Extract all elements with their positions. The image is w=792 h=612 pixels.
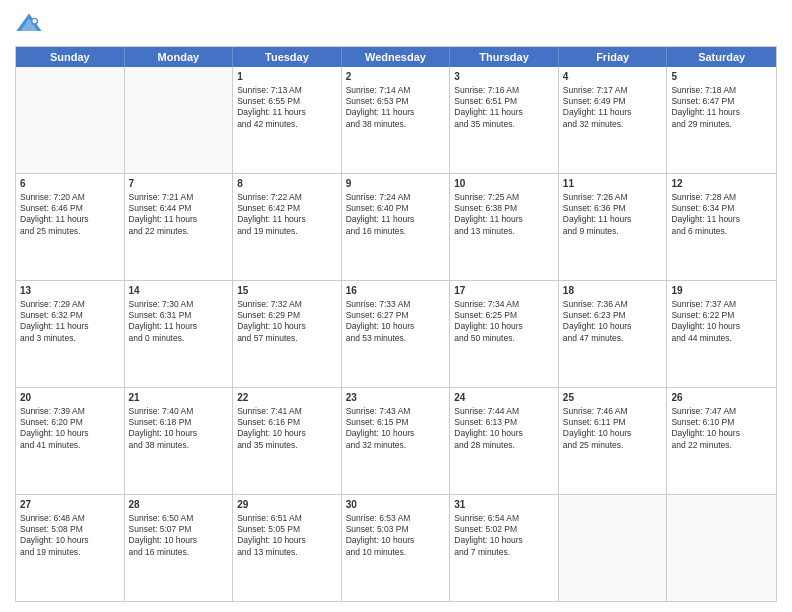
day-number: 24 (454, 391, 554, 405)
cell-text: Sunrise: 7:16 AMSunset: 6:51 PMDaylight:… (454, 85, 554, 131)
calendar-row-3: 20Sunrise: 7:39 AMSunset: 6:20 PMDayligh… (16, 387, 776, 494)
day-number: 12 (671, 177, 772, 191)
calendar-cell-3-2: 22Sunrise: 7:41 AMSunset: 6:16 PMDayligh… (233, 388, 342, 494)
calendar-row-0: 1Sunrise: 7:13 AMSunset: 6:55 PMDaylight… (16, 67, 776, 173)
cell-text: Sunrise: 6:51 AMSunset: 5:05 PMDaylight:… (237, 513, 337, 559)
day-number: 22 (237, 391, 337, 405)
cell-text: Sunrise: 7:24 AMSunset: 6:40 PMDaylight:… (346, 192, 446, 238)
day-number: 26 (671, 391, 772, 405)
cell-text: Sunrise: 6:48 AMSunset: 5:08 PMDaylight:… (20, 513, 120, 559)
header-day-friday: Friday (559, 47, 668, 67)
header-day-monday: Monday (125, 47, 234, 67)
cell-text: Sunrise: 7:14 AMSunset: 6:53 PMDaylight:… (346, 85, 446, 131)
day-number: 2 (346, 70, 446, 84)
day-number: 9 (346, 177, 446, 191)
day-number: 16 (346, 284, 446, 298)
day-number: 6 (20, 177, 120, 191)
calendar-cell-0-4: 3Sunrise: 7:16 AMSunset: 6:51 PMDaylight… (450, 67, 559, 173)
calendar-row-2: 13Sunrise: 7:29 AMSunset: 6:32 PMDayligh… (16, 280, 776, 387)
calendar-cell-1-6: 12Sunrise: 7:28 AMSunset: 6:34 PMDayligh… (667, 174, 776, 280)
calendar-cell-3-0: 20Sunrise: 7:39 AMSunset: 6:20 PMDayligh… (16, 388, 125, 494)
day-number: 23 (346, 391, 446, 405)
cell-text: Sunrise: 7:25 AMSunset: 6:38 PMDaylight:… (454, 192, 554, 238)
day-number: 30 (346, 498, 446, 512)
calendar-cell-0-3: 2Sunrise: 7:14 AMSunset: 6:53 PMDaylight… (342, 67, 451, 173)
calendar-cell-4-1: 28Sunrise: 6:50 AMSunset: 5:07 PMDayligh… (125, 495, 234, 601)
day-number: 31 (454, 498, 554, 512)
calendar-cell-2-6: 19Sunrise: 7:37 AMSunset: 6:22 PMDayligh… (667, 281, 776, 387)
day-number: 20 (20, 391, 120, 405)
cell-text: Sunrise: 7:40 AMSunset: 6:18 PMDaylight:… (129, 406, 229, 452)
calendar-row-1: 6Sunrise: 7:20 AMSunset: 6:46 PMDaylight… (16, 173, 776, 280)
calendar-cell-4-6 (667, 495, 776, 601)
calendar-cell-0-6: 5Sunrise: 7:18 AMSunset: 6:47 PMDaylight… (667, 67, 776, 173)
cell-text: Sunrise: 7:30 AMSunset: 6:31 PMDaylight:… (129, 299, 229, 345)
day-number: 1 (237, 70, 337, 84)
calendar-cell-2-2: 15Sunrise: 7:32 AMSunset: 6:29 PMDayligh… (233, 281, 342, 387)
header-day-tuesday: Tuesday (233, 47, 342, 67)
calendar-cell-1-5: 11Sunrise: 7:26 AMSunset: 6:36 PMDayligh… (559, 174, 668, 280)
calendar-cell-1-0: 6Sunrise: 7:20 AMSunset: 6:46 PMDaylight… (16, 174, 125, 280)
calendar-cell-0-5: 4Sunrise: 7:17 AMSunset: 6:49 PMDaylight… (559, 67, 668, 173)
calendar-cell-4-0: 27Sunrise: 6:48 AMSunset: 5:08 PMDayligh… (16, 495, 125, 601)
calendar-cell-3-3: 23Sunrise: 7:43 AMSunset: 6:15 PMDayligh… (342, 388, 451, 494)
calendar-cell-1-4: 10Sunrise: 7:25 AMSunset: 6:38 PMDayligh… (450, 174, 559, 280)
calendar-cell-3-1: 21Sunrise: 7:40 AMSunset: 6:18 PMDayligh… (125, 388, 234, 494)
calendar-row-4: 27Sunrise: 6:48 AMSunset: 5:08 PMDayligh… (16, 494, 776, 601)
day-number: 15 (237, 284, 337, 298)
calendar-cell-1-1: 7Sunrise: 7:21 AMSunset: 6:44 PMDaylight… (125, 174, 234, 280)
day-number: 25 (563, 391, 663, 405)
calendar-cell-2-1: 14Sunrise: 7:30 AMSunset: 6:31 PMDayligh… (125, 281, 234, 387)
calendar-cell-2-5: 18Sunrise: 7:36 AMSunset: 6:23 PMDayligh… (559, 281, 668, 387)
cell-text: Sunrise: 7:20 AMSunset: 6:46 PMDaylight:… (20, 192, 120, 238)
day-number: 28 (129, 498, 229, 512)
cell-text: Sunrise: 7:29 AMSunset: 6:32 PMDaylight:… (20, 299, 120, 345)
day-number: 13 (20, 284, 120, 298)
calendar-cell-1-3: 9Sunrise: 7:24 AMSunset: 6:40 PMDaylight… (342, 174, 451, 280)
cell-text: Sunrise: 7:17 AMSunset: 6:49 PMDaylight:… (563, 85, 663, 131)
cell-text: Sunrise: 7:43 AMSunset: 6:15 PMDaylight:… (346, 406, 446, 452)
day-number: 21 (129, 391, 229, 405)
day-number: 5 (671, 70, 772, 84)
day-number: 4 (563, 70, 663, 84)
day-number: 14 (129, 284, 229, 298)
day-number: 10 (454, 177, 554, 191)
header-day-thursday: Thursday (450, 47, 559, 67)
cell-text: Sunrise: 7:47 AMSunset: 6:10 PMDaylight:… (671, 406, 772, 452)
header-day-wednesday: Wednesday (342, 47, 451, 67)
calendar-cell-4-3: 30Sunrise: 6:53 AMSunset: 5:03 PMDayligh… (342, 495, 451, 601)
calendar-cell-4-2: 29Sunrise: 6:51 AMSunset: 5:05 PMDayligh… (233, 495, 342, 601)
calendar-cell-2-3: 16Sunrise: 7:33 AMSunset: 6:27 PMDayligh… (342, 281, 451, 387)
logo (15, 10, 47, 38)
calendar-cell-2-4: 17Sunrise: 7:34 AMSunset: 6:25 PMDayligh… (450, 281, 559, 387)
page: SundayMondayTuesdayWednesdayThursdayFrid… (0, 0, 792, 612)
cell-text: Sunrise: 6:54 AMSunset: 5:02 PMDaylight:… (454, 513, 554, 559)
cell-text: Sunrise: 7:33 AMSunset: 6:27 PMDaylight:… (346, 299, 446, 345)
day-number: 7 (129, 177, 229, 191)
cell-text: Sunrise: 6:53 AMSunset: 5:03 PMDaylight:… (346, 513, 446, 559)
day-number: 27 (20, 498, 120, 512)
cell-text: Sunrise: 7:28 AMSunset: 6:34 PMDaylight:… (671, 192, 772, 238)
calendar-cell-3-4: 24Sunrise: 7:44 AMSunset: 6:13 PMDayligh… (450, 388, 559, 494)
cell-text: Sunrise: 7:36 AMSunset: 6:23 PMDaylight:… (563, 299, 663, 345)
cell-text: Sunrise: 7:34 AMSunset: 6:25 PMDaylight:… (454, 299, 554, 345)
cell-text: Sunrise: 7:18 AMSunset: 6:47 PMDaylight:… (671, 85, 772, 131)
cell-text: Sunrise: 7:26 AMSunset: 6:36 PMDaylight:… (563, 192, 663, 238)
cell-text: Sunrise: 7:22 AMSunset: 6:42 PMDaylight:… (237, 192, 337, 238)
calendar-cell-3-6: 26Sunrise: 7:47 AMSunset: 6:10 PMDayligh… (667, 388, 776, 494)
cell-text: Sunrise: 6:50 AMSunset: 5:07 PMDaylight:… (129, 513, 229, 559)
calendar-header: SundayMondayTuesdayWednesdayThursdayFrid… (16, 47, 776, 67)
day-number: 19 (671, 284, 772, 298)
day-number: 3 (454, 70, 554, 84)
day-number: 11 (563, 177, 663, 191)
logo-icon (15, 10, 43, 38)
cell-text: Sunrise: 7:41 AMSunset: 6:16 PMDaylight:… (237, 406, 337, 452)
calendar-cell-2-0: 13Sunrise: 7:29 AMSunset: 6:32 PMDayligh… (16, 281, 125, 387)
calendar-cell-0-2: 1Sunrise: 7:13 AMSunset: 6:55 PMDaylight… (233, 67, 342, 173)
calendar-cell-4-5 (559, 495, 668, 601)
svg-point-3 (33, 19, 37, 23)
day-number: 17 (454, 284, 554, 298)
day-number: 29 (237, 498, 337, 512)
cell-text: Sunrise: 7:39 AMSunset: 6:20 PMDaylight:… (20, 406, 120, 452)
calendar-cell-1-2: 8Sunrise: 7:22 AMSunset: 6:42 PMDaylight… (233, 174, 342, 280)
